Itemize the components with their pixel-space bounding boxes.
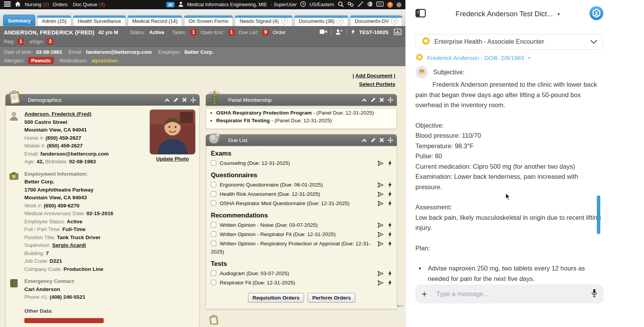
move-icon[interactable]: [388, 137, 393, 143]
add-person-icon[interactable]: [335, 29, 343, 36]
checkbox[interactable]: [211, 280, 216, 285]
send-icon[interactable]: [378, 200, 384, 209]
checkbox[interactable]: [211, 241, 216, 246]
org-name[interactable]: Medical Informatics Engineering, MIE: [187, 2, 267, 7]
edit-icon[interactable]: [173, 97, 179, 103]
help-icon[interactable]: ?: [387, 2, 393, 8]
assistant-logo-icon[interactable]: [589, 6, 604, 22]
bolt-icon[interactable]: [388, 222, 392, 230]
send-icon[interactable]: [378, 191, 384, 199]
checkbox[interactable]: [211, 271, 216, 276]
checkbox[interactable]: [211, 191, 216, 197]
move-icon[interactable]: [388, 97, 393, 103]
edit-icon[interactable]: [371, 97, 376, 103]
tab-needs-signed[interactable]: Needs Signed (4)↗: [235, 15, 292, 26]
send-icon[interactable]: [378, 241, 384, 249]
due-list-count-badge[interactable]: 9: [262, 29, 269, 36]
close-icon[interactable]: [379, 98, 384, 102]
nav-doc-queue[interactable]: Doc Queue(3): [73, 2, 105, 7]
collapse-icon[interactable]: [164, 98, 170, 102]
tab-documents[interactable]: Documents (36)↗: [294, 15, 348, 26]
close-icon[interactable]: [182, 98, 187, 102]
edit-icon[interactable]: [371, 137, 376, 143]
update-photo-link[interactable]: Update Photo: [156, 156, 189, 162]
send-icon[interactable]: [378, 160, 384, 168]
tab-health-surveillance[interactable]: Health Surveillance: [73, 15, 126, 26]
allergy-badge[interactable]: Peanuts: [28, 57, 54, 64]
checkbox[interactable]: [211, 160, 216, 166]
checkbox[interactable]: [211, 231, 216, 237]
tasks-count-badge[interactable]: 1: [190, 29, 197, 36]
hamburger-icon[interactable]: [4, 2, 11, 8]
req-count-badge[interactable]: 1: [17, 38, 24, 45]
checkbox[interactable]: [211, 182, 216, 187]
patient-name[interactable]: ANDERSON, FREDERICK (FRED): [4, 29, 94, 36]
send-icon[interactable]: [378, 231, 384, 240]
bolt-icon[interactable]: [388, 182, 392, 190]
panel-toggle-icon[interactable]: [415, 9, 427, 19]
tab-on-screen-forms[interactable]: On Screen Forms: [184, 15, 233, 26]
move-icon[interactable]: [190, 97, 196, 103]
demographics-header[interactable]: Demographics: [5, 94, 200, 106]
chart-icon[interactable]: [394, 29, 401, 36]
bolt-icon[interactable]: [388, 241, 392, 249]
panel-item[interactable]: Respirator Fit Testing - (Panel Due: 12-…: [216, 117, 396, 124]
medication-value[interactable]: alprazolam: [91, 58, 118, 63]
plus-icon[interactable]: +: [422, 289, 427, 299]
link-icon[interactable]: [347, 2, 354, 8]
patient-name-link[interactable]: Anderson, Frederick (Fred): [24, 111, 91, 117]
popout-icon[interactable]: ↗: [281, 18, 288, 24]
bolt-icon[interactable]: [388, 191, 392, 199]
nav-nursing[interactable]: Nursing(2): [25, 2, 49, 7]
panel-membership-header[interactable]: Panel Membership: [206, 94, 397, 106]
checkbox[interactable]: [211, 200, 216, 206]
tab-admin[interactable]: Admin (15): [37, 15, 71, 26]
checkbox[interactable]: [211, 222, 216, 228]
conversation-title-dropdown[interactable]: Frederick Anderson Test Dict... ▼: [427, 10, 589, 18]
collapse-arrow-icon[interactable]: ←: [395, 299, 405, 309]
bolt-icon[interactable]: [388, 271, 392, 279]
timezone-label[interactable]: US/Eastern: [309, 2, 334, 7]
esign-count-badge[interactable]: 3: [47, 38, 53, 45]
send-icon[interactable]: [378, 222, 384, 230]
video-camera-icon[interactable]: [319, 29, 327, 36]
tab-summary[interactable]: Summary: [3, 15, 35, 26]
search-icon[interactable]: [338, 1, 344, 9]
popout-icon[interactable]: ↗: [391, 18, 398, 24]
scrollbar-thumb[interactable]: [597, 195, 600, 234]
requisition-orders-button[interactable]: Requisition Orders: [248, 293, 304, 303]
nav-orders[interactable]: Orders: [53, 2, 69, 7]
lightning-icon[interactable]: [351, 29, 355, 36]
wand-icon[interactable]: [357, 1, 364, 8]
panel-item[interactable]: OSHA Respiratory Protection Program - (P…: [216, 109, 396, 116]
encounter-selector[interactable]: Enterprise Health - Associate Encounter: [415, 34, 603, 50]
add-document-link[interactable]: Add Document: [355, 73, 392, 79]
order-link[interactable]: Order: [273, 29, 285, 35]
mic-icon[interactable]: [591, 289, 598, 299]
perform-orders-button[interactable]: Perform Orders: [307, 293, 355, 303]
home-icon[interactable]: [15, 1, 21, 8]
tab-medical-record[interactable]: Medical Record (14): [128, 15, 182, 26]
bolt-icon[interactable]: [388, 231, 392, 240]
bolt-icon[interactable]: [388, 200, 392, 209]
bolt-icon[interactable]: [388, 280, 392, 288]
send-icon[interactable]: [378, 182, 384, 190]
message-input[interactable]: [436, 290, 588, 298]
due-list-header[interactable]: Due List: [206, 134, 397, 146]
bolt-icon[interactable]: [388, 160, 392, 168]
supervisor-link[interactable]: Sergio Acardi: [52, 242, 86, 248]
open-enc-count-badge[interactable]: 1: [228, 29, 235, 36]
tab-documents-dv[interactable]: Documents-DV↗: [350, 15, 402, 26]
collapse-icon[interactable]: [362, 138, 367, 142]
panel-list: OSHA Respiratory Protection Program - (P…: [206, 109, 396, 124]
globe-icon[interactable]: [367, 1, 373, 8]
patient-selector[interactable]: Frederick Anderson - DOB: 2/8/1983 ▼: [415, 53, 531, 63]
send-icon[interactable]: [378, 280, 384, 288]
select-portlets-link[interactable]: Select Portlets: [359, 81, 395, 87]
send-icon[interactable]: [378, 271, 384, 279]
ai-badge[interactable]: AI: [166, 2, 174, 7]
popout-icon[interactable]: ↗: [337, 18, 343, 24]
collapse-icon[interactable]: [362, 98, 367, 102]
close-icon[interactable]: [379, 138, 384, 142]
keyboard-icon[interactable]: [376, 2, 384, 8]
